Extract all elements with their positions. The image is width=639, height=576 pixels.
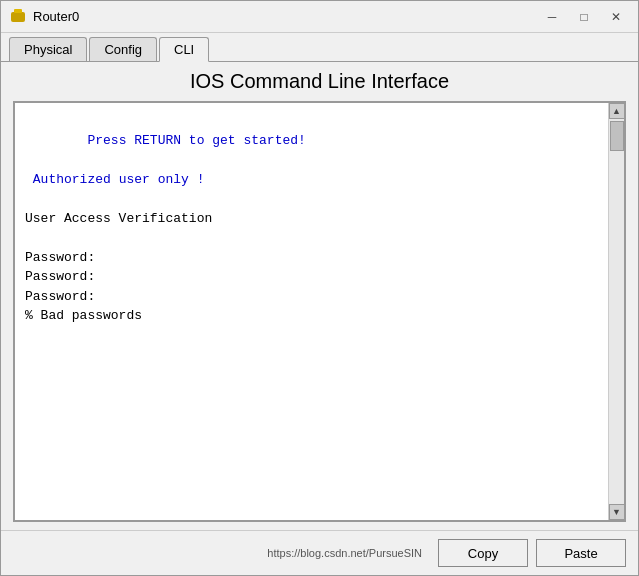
tab-config[interactable]: Config xyxy=(89,37,157,61)
tab-physical[interactable]: Physical xyxy=(9,37,87,61)
maximize-button[interactable]: □ xyxy=(570,6,598,28)
bottom-bar: https://blog.csdn.net/PursueSIN Copy Pas… xyxy=(1,530,638,575)
window-icon xyxy=(9,8,27,26)
terminal-line-7: % Bad passwords xyxy=(25,308,142,323)
window-controls: ─ □ ✕ xyxy=(538,6,630,28)
terminal-line-4: Password: xyxy=(25,250,95,265)
scroll-thumb[interactable] xyxy=(610,121,624,151)
terminal-line-5: Password: xyxy=(25,269,95,284)
terminal-line-1: Press RETURN to get started! xyxy=(87,133,305,148)
close-button[interactable]: ✕ xyxy=(602,6,630,28)
scroll-up-button[interactable]: ▲ xyxy=(609,103,625,119)
terminal-scrollbar: ▲ ▼ xyxy=(608,103,624,520)
paste-button[interactable]: Paste xyxy=(536,539,626,567)
window-title: Router0 xyxy=(33,9,538,24)
terminal-container: Press RETURN to get started! Authorized … xyxy=(13,101,626,522)
router-icon xyxy=(9,8,27,26)
copy-button[interactable]: Copy xyxy=(438,539,528,567)
main-window: Router0 ─ □ ✕ Physical Config CLI IOS Co… xyxy=(0,0,639,576)
terminal-output[interactable]: Press RETURN to get started! Authorized … xyxy=(15,103,608,520)
terminal-line-2: Authorized user only ! xyxy=(33,172,205,187)
page-title: IOS Command Line Interface xyxy=(13,70,626,93)
tab-bar: Physical Config CLI xyxy=(1,33,638,62)
content-area: IOS Command Line Interface Press RETURN … xyxy=(1,62,638,530)
scroll-track[interactable] xyxy=(609,119,624,504)
scroll-down-button[interactable]: ▼ xyxy=(609,504,625,520)
tab-cli[interactable]: CLI xyxy=(159,37,209,62)
title-bar: Router0 ─ □ ✕ xyxy=(1,1,638,33)
footer-link: https://blog.csdn.net/PursueSIN xyxy=(13,547,430,559)
minimize-button[interactable]: ─ xyxy=(538,6,566,28)
terminal-line-3: User Access Verification xyxy=(25,211,212,226)
terminal-line-6: Password: xyxy=(25,289,95,304)
